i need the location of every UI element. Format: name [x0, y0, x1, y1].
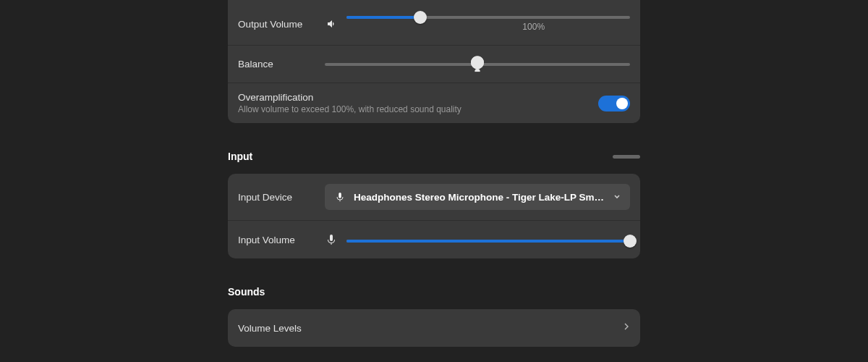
speaker-low-icon: [325, 17, 338, 30]
sounds-group: Volume Levels: [228, 309, 640, 347]
chevron-right-icon: [623, 321, 630, 334]
input-level-indicator: [613, 155, 640, 159]
input-device-row: Input Device Headphones Stereo Microphon…: [228, 174, 640, 221]
chevron-down-icon: [613, 192, 621, 203]
input-device-dropdown[interactable]: Headphones Stereo Microphone - Tiger Lak…: [325, 184, 630, 210]
input-section-title: Input: [228, 151, 252, 162]
balance-label: Balance: [238, 59, 318, 70]
svg-point-0: [471, 56, 484, 69]
sounds-section-title: Sounds: [228, 286, 265, 298]
balance-slider[interactable]: [325, 57, 630, 72]
output-device-group: Output Volume 100% Balance: [228, 0, 640, 123]
sounds-section-header: Sounds: [228, 280, 640, 303]
overamplification-row: Overamplification Allow volume to exceed…: [228, 83, 640, 123]
input-volume-label: Input Volume: [238, 235, 318, 245]
slider-tick-100: 100%: [522, 22, 545, 32]
input-device-value: Headphones Stereo Microphone - Tiger Lak…: [354, 192, 605, 203]
overamplification-toggle[interactable]: [598, 96, 630, 111]
input-volume-slider[interactable]: [346, 237, 630, 243]
balance-row: Balance: [228, 46, 640, 83]
overamplification-title: Overamplification: [238, 92, 461, 103]
input-volume-row: Input Volume: [228, 221, 640, 258]
microphone-icon: [333, 190, 346, 203]
input-group: Input Device Headphones Stereo Microphon…: [228, 174, 640, 258]
volume-levels-row[interactable]: Volume Levels: [228, 309, 640, 347]
output-volume-row: Output Volume 100%: [228, 3, 640, 46]
overamplification-subtitle: Allow volume to exceed 100%, with reduce…: [238, 104, 461, 114]
input-device-label: Input Device: [238, 192, 318, 203]
volume-levels-label: Volume Levels: [238, 323, 302, 334]
output-volume-slider[interactable]: 100%: [346, 13, 630, 35]
microphone-high-icon: [325, 233, 338, 246]
input-section-header: Input: [228, 145, 640, 168]
output-volume-label: Output Volume: [238, 19, 318, 30]
